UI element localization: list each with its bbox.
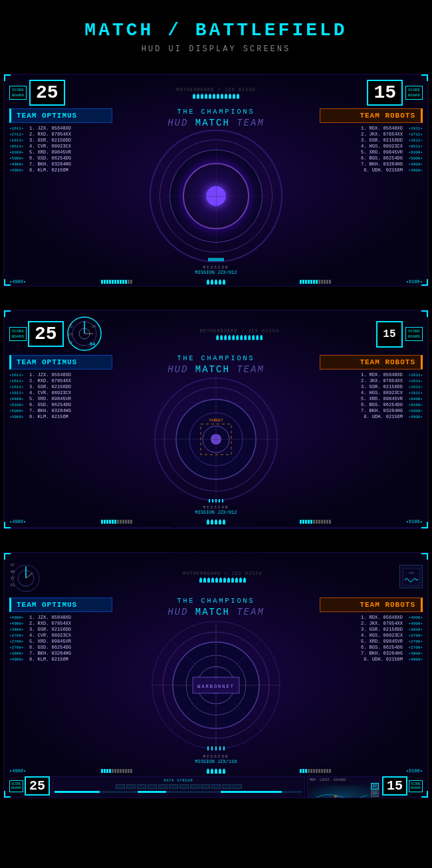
team-left-panel-2: TEAM OPTIMUS •1611•1. JZX. 05648XD •1611… [9, 355, 112, 515]
player-row: •4900• 7. BKH. 03264HG [9, 162, 112, 167]
mission-code-1: MISSION JZX/012 [195, 270, 237, 275]
player-score: •4900• [404, 162, 423, 167]
player-score: •2711• [404, 132, 423, 137]
center-hud-1: THE CHAMPIONS HUD MATCH TEAM [112, 108, 320, 275]
hud-top-bar-2: SCOREBOARD 25 Z3 Z4 Z4 C4 04 [9, 316, 423, 352]
player-score: •1611• [404, 126, 423, 131]
ammo-bullet [244, 335, 247, 340]
hud-bottom-1: •4900• [9, 279, 423, 286]
mission-label-1: MISSION [203, 265, 229, 270]
hud-middle-3: TEAM OPTIMUS •4900•1. JZX. 05648XD •4900… [9, 597, 423, 764]
player-row: •1611•1. RDX. 05648XD [320, 372, 423, 378]
player-row: •4900• 8. UDH. 02156M [320, 167, 423, 173]
ammo-bullet [223, 578, 226, 583]
ammo-bullet [213, 94, 215, 99]
player-row: •3800•3. GSR. 02156DD [320, 627, 423, 632]
svg-text:04: 04 [90, 342, 95, 347]
player-row: •2711• 2. JKX. 07854XX [320, 132, 423, 137]
player-score: •4900• [9, 168, 28, 173]
player-row: •4900•8. KLM. 02156M [9, 414, 112, 419]
player-name: 1. JZX. 05648XD [29, 126, 112, 131]
ammo-bullet [215, 578, 218, 583]
player-row: •2700•5. XRD. 09845VR [9, 639, 112, 644]
ammo-bullet [221, 94, 223, 99]
player-score: •4900• [9, 162, 28, 167]
map-panel-2: MAP. LOCAT. 015468 E7 E8 E9 [343, 527, 423, 529]
player-name: 7. BKH. 03264HG [29, 162, 112, 167]
ammo-bullet [240, 335, 243, 340]
ammo-bullet [220, 335, 223, 340]
hud-match-title-1: HUD MATCH TEAM [167, 118, 265, 128]
player-row: •4900•8. UDH. 02156M [320, 657, 423, 662]
motherboard-label-1: MOTHERBOARD / JZX 02156 [176, 87, 256, 92]
player-row: •4900• 7. BKH. 03264HG [320, 162, 423, 167]
page-header: MATCH / BATTLEFIELD HUD UI DISPLAY SCREE… [0, 0, 432, 67]
page-title: MATCH / BATTLEFIELD [13, 20, 419, 41]
player-name: 2. JKX. 07854XX [320, 132, 403, 137]
team-left-name-2: TEAM OPTIMUS [9, 355, 112, 370]
team-right-name-3: TEAM ROBOTS [320, 597, 423, 612]
player-list-left-2: •1611•1. JZX. 05648XD •1611•2. RXD. 0785… [9, 372, 112, 419]
player-score: •1611• [404, 138, 423, 143]
svg-text:R0: R0 [11, 570, 15, 574]
player-row: •3800•7. BKH. 03264HG [9, 651, 112, 656]
player-row: •5000•7. BKH. 03264HG [9, 408, 112, 413]
ammo-bullet [252, 335, 255, 340]
player-list-right-3: •4900•1. RDX. 05648XD •4900•2. JKX. 0785… [320, 615, 423, 662]
player-row: •5000•7. BKH. 03264HG [320, 408, 423, 413]
player-name: 7. BKH. 03264HG [320, 162, 403, 167]
player-name: 3. GSR. 02156DD [320, 138, 403, 143]
player-row: •1611• 1. JZX. 05648XD [9, 126, 112, 131]
motherboard-label-2: MOTHERBOARD / JZX 02156 [199, 328, 279, 334]
hud-screen-3: X7 R0 Z7 E1 MOTHERBOARD / JZX 02156 [3, 552, 429, 798]
ammo-bullet [235, 578, 238, 583]
ammo-bullet [225, 94, 227, 99]
player-row: •5000• 6. GSD. 06254DG [9, 156, 112, 161]
ammo-bullet [260, 335, 263, 340]
svg-text:WARBONNET: WARBONNET [197, 684, 235, 689]
team-right-panel-3: TEAM ROBOTS •4900•1. RDX. 05648XD •4900•… [320, 597, 423, 764]
score-left-2: 25 [28, 321, 64, 347]
player-score: •5000• [9, 156, 28, 161]
motherboard-label-3: MOTHERBOARD / JZX 02156 [183, 571, 263, 576]
ammo-bullet [233, 94, 235, 99]
scoreboard-right-1: 15 SCOREBOARD [367, 80, 423, 106]
ammo-bullet [231, 578, 234, 583]
player-score: •8300• [9, 150, 28, 155]
scoreboard-left-1: SCOREBOARD 25 [9, 80, 65, 106]
hud-bottom-3: •4900• [9, 768, 423, 798]
center-hud-2: THE CHAMPIONS HUD MATCH TEAM [112, 355, 320, 515]
ammo-bullet [256, 335, 259, 340]
player-name: 2. RXD. 07854XX [29, 132, 112, 137]
player-name: 3. GSR. 02156DD [29, 138, 112, 143]
player-row: •2700•4. HGS. 08923CX [320, 633, 423, 638]
player-row: •2700•5. XRD. 09845VR [320, 639, 423, 644]
ammo-bullet [201, 94, 203, 99]
player-score: •4900• [404, 168, 423, 173]
mission-label-3: MISSION [203, 754, 229, 759]
map-panel-3: MAP. LOCAT. 015468 E7 E8 E9 [307, 776, 380, 798]
ammo-bullet [219, 578, 222, 583]
scoreboard-label-right-1: SCOREBOARD [405, 86, 423, 99]
page-subtitle: HUD UI DISPLAY SCREENS [13, 45, 419, 54]
ammo-bullet [207, 578, 210, 583]
ammo-bullet [227, 578, 230, 583]
team-right-panel-2: TEAM ROBOTS •1611•1. RDX. 05648XD •1611•… [320, 355, 423, 515]
player-name: 1. RDX. 05648XD [320, 126, 403, 131]
player-score: •0511• [404, 144, 423, 149]
svg-text:E1: E1 [11, 584, 15, 588]
ammo-bullet [248, 335, 251, 340]
player-name: 6. BGS. 06254DG [320, 156, 403, 161]
mission-code-3: MISSION JZX/110 [195, 759, 237, 764]
player-row: •1611•1. JZX. 05648XD [9, 372, 112, 378]
svg-text:Z4: Z4 [68, 333, 72, 337]
team-right-panel-1: TEAM ROBOTS •1611• 1. RDX. 05648XD •2711… [320, 108, 423, 275]
svg-text:C4: C4 [68, 341, 72, 345]
scoreboard-label-left-2: SCOREBOARD [9, 327, 27, 340]
player-row: •1611• 3. GSR. 02156DD [9, 138, 112, 143]
hud-top-bar-1: SCOREBOARD 25 MOTHERBOARD / JZX 02156 [9, 80, 423, 106]
player-row: •4900•1. RDX. 05648XD [320, 615, 423, 620]
player-name: 4. HGS. 08923CX [320, 144, 403, 149]
player-row: •1611• 1. RDX. 05648XD [320, 126, 423, 131]
player-row: •9300• 5. XRD. 09845VR [320, 150, 423, 155]
